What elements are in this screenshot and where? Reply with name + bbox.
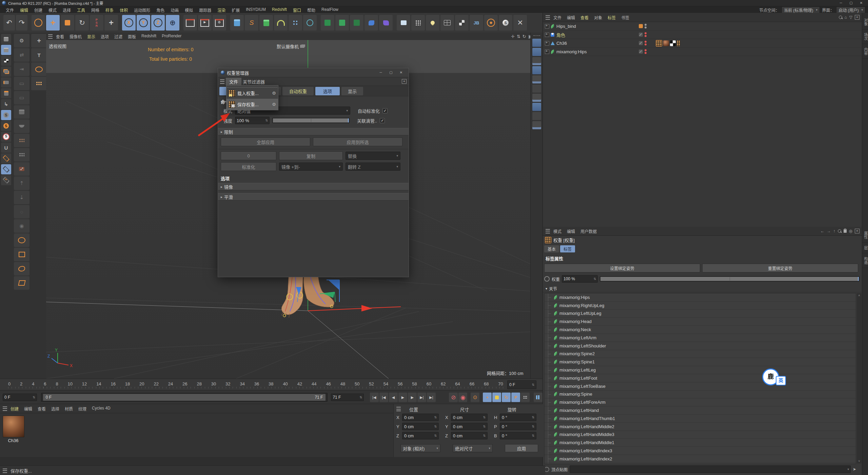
- edges-mode-icon[interactable]: [1, 77, 11, 88]
- tab-options[interactable]: 选项: [315, 87, 340, 95]
- minimize-button[interactable]: ─: [836, 0, 846, 6]
- load-weights-item[interactable]: 载入权重... ⚙: [226, 88, 278, 99]
- ruler-tick[interactable]: 48: [340, 381, 345, 386]
- attribute-menu-item[interactable]: 模式: [551, 228, 564, 234]
- forward-icon[interactable]: →: [827, 229, 831, 233]
- ime-indicator[interactable]: 鹿 英: [762, 368, 786, 386]
- joint-name[interactable]: mixamorig:LeftToeBase: [559, 384, 606, 389]
- apply-selected-button[interactable]: 应用到所选: [313, 137, 402, 146]
- strip-icon-4[interactable]: [532, 66, 541, 74]
- mirror-section-header[interactable]: 镜像: [218, 183, 409, 190]
- timeline-ruler[interactable]: 0246810121416182022242628303234363840424…: [0, 379, 542, 391]
- ruler-tick[interactable]: 34: [240, 381, 244, 386]
- current-frame-box[interactable]: 0 F⇅: [507, 380, 536, 389]
- ruler-tick[interactable]: 30: [211, 381, 216, 386]
- coordinates-menu-icon[interactable]: [396, 407, 401, 411]
- tab-display[interactable]: 显示: [341, 87, 363, 95]
- home-icon[interactable]: ⌂: [845, 15, 847, 20]
- side-tab-attributes[interactable]: 属性: [862, 228, 868, 243]
- menu-item[interactable]: 动画: [167, 7, 182, 13]
- live-selection-tool-icon[interactable]: [14, 233, 29, 247]
- ruler-tick[interactable]: 66: [470, 381, 474, 386]
- visibility-dots[interactable]: [645, 24, 647, 28]
- size-field[interactable]: 0 cm⇅: [451, 423, 488, 430]
- apply-button[interactable]: 应用: [505, 444, 538, 452]
- joint-list-item[interactable]: mixamorig:Head: [545, 318, 856, 326]
- position-field[interactable]: 0 cm⇅: [402, 423, 439, 430]
- tool-options-icon[interactable]: ⚙: [14, 34, 29, 48]
- joint-list[interactable]: mixamorig:Hips mixamorig:RightUpLeg mixa…: [544, 293, 856, 464]
- menu-item[interactable]: Redshift: [269, 7, 290, 13]
- model-mode-icon[interactable]: [1, 45, 11, 55]
- viewport-menu-item[interactable]: 面板: [125, 34, 139, 39]
- side-tab-layers[interactable]: 层: [862, 243, 868, 253]
- menu-item[interactable]: 角色: [153, 7, 167, 13]
- flip-select[interactable]: 翻转 Z▾: [346, 163, 400, 171]
- object-row-ch36[interactable]: Ch36: [543, 39, 862, 48]
- size-field[interactable]: 0 cm⇅: [451, 432, 488, 439]
- material-menu-icon[interactable]: [3, 406, 7, 411]
- strength-slider[interactable]: [272, 118, 350, 123]
- menu-item[interactable]: 扩展: [229, 7, 243, 13]
- add-panel-icon[interactable]: +: [855, 229, 860, 233]
- layer-toggle[interactable]: [639, 41, 643, 45]
- up-icon[interactable]: ↑: [833, 229, 835, 233]
- menu-item[interactable]: 跟踪器: [196, 7, 214, 13]
- menu-item[interactable]: 窗口: [290, 7, 304, 13]
- weight-add-icon[interactable]: ⇡: [14, 176, 29, 190]
- tab-tag[interactable]: 标签: [560, 245, 575, 252]
- joint-list-item[interactable]: mixamorig:LeftArm: [545, 334, 856, 342]
- ruler-tick[interactable]: 70: [498, 381, 503, 386]
- ruler-tick[interactable]: 58: [412, 381, 417, 386]
- object-manager-menu-item[interactable]: 文件: [551, 15, 564, 20]
- view-zoom-icon[interactable]: ⇅: [517, 34, 520, 39]
- object-name[interactable]: Ch36: [556, 41, 636, 46]
- attribute-manager-menu-icon[interactable]: [546, 229, 550, 233]
- rotation-field[interactable]: 0 °⇅: [500, 423, 536, 430]
- ruler-tick[interactable]: 52: [369, 381, 374, 386]
- key-rotation-toggle-icon[interactable]: ↻: [502, 393, 511, 402]
- lock-workplane-icon[interactable]: [1, 164, 11, 174]
- preview-range-bar[interactable]: 0 F71 F: [41, 393, 328, 402]
- joint-name[interactable]: mixamorig:Hips: [559, 295, 590, 300]
- ruler-tick[interactable]: 60: [427, 381, 431, 386]
- ruler-tick[interactable]: 4: [32, 381, 34, 386]
- viewport-menu-item[interactable]: 查看: [53, 34, 67, 39]
- joint-name[interactable]: mixamorig:LeftForeArm: [559, 400, 606, 405]
- primitive-cube-icon[interactable]: [230, 15, 244, 31]
- expand-icon[interactable]: [545, 33, 549, 37]
- joint-name[interactable]: mixamorig:Head: [559, 319, 592, 324]
- rectangle-selection-icon[interactable]: [14, 248, 29, 261]
- snap-3d-icon[interactable]: S: [1, 121, 11, 131]
- gear-icon[interactable]: ⚙: [272, 102, 276, 107]
- joint-list-item[interactable]: mixamorig:LeftLeg: [545, 366, 856, 374]
- bake-cube-icon[interactable]: [14, 105, 29, 119]
- target-icon[interactable]: ◎: [849, 229, 852, 233]
- display-tag-icon[interactable]: [670, 40, 676, 46]
- lasso-selection-icon[interactable]: [14, 262, 29, 276]
- joint-list-item[interactable]: mixamorig:Hips: [545, 293, 856, 302]
- lamp-icon[interactable]: [426, 15, 439, 31]
- tab-auto-weight[interactable]: 自动权重: [282, 87, 314, 95]
- picker-cursor-icon[interactable]: ➤: [853, 467, 856, 472]
- weight-hide-icon[interactable]: ◌: [14, 205, 29, 218]
- joint-name[interactable]: mixamorig:Spine1: [559, 359, 595, 364]
- polygons-mode-icon[interactable]: [1, 88, 11, 98]
- object-manager-menu-item[interactable]: 编辑: [564, 15, 578, 20]
- ruler-tick[interactable]: 50: [355, 381, 359, 386]
- strength-field[interactable]: 100 %⇅: [235, 117, 270, 124]
- menu-item[interactable]: 模拟: [182, 7, 196, 13]
- rotation-field[interactable]: 0 °⇅: [500, 432, 536, 439]
- make-editable-icon[interactable]: [1, 34, 11, 44]
- attribute-menu-item[interactable]: 用户数据: [578, 228, 599, 234]
- joint-list-item[interactable]: mixamorig:LeftShoulder: [545, 342, 856, 350]
- texture-mode-icon[interactable]: [1, 56, 11, 66]
- joint-list-item[interactable]: mixamorig:LeftHandIndex2: [545, 455, 856, 463]
- material-menu-item[interactable]: 材质: [62, 406, 76, 412]
- ruler-tick[interactable]: 20: [139, 381, 144, 386]
- key-scale-toggle-icon[interactable]: [492, 393, 501, 402]
- layer-toggle[interactable]: [639, 50, 643, 54]
- back-icon[interactable]: ←: [821, 229, 825, 233]
- xparticles-system-icon[interactable]: [335, 15, 349, 31]
- joint-list-item[interactable]: mixamorig:LeftHand: [545, 406, 856, 415]
